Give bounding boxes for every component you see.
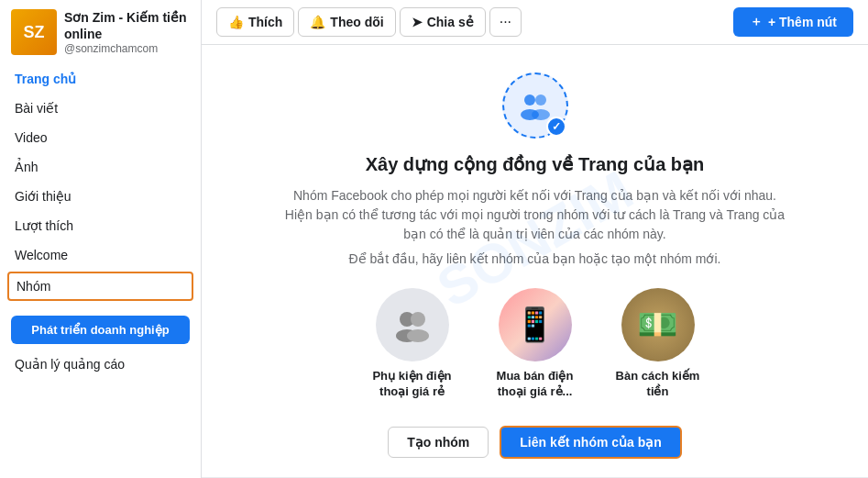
- sidebar-item-video[interactable]: Video: [0, 123, 201, 152]
- sidebar-item-luot-thich[interactable]: Lượt thích: [0, 211, 201, 240]
- share-button[interactable]: ➤ Chia sẻ: [400, 7, 486, 37]
- group-cards: Phụ kiện điện thoại giá rẻ 📱 Mua bán điệ…: [362, 288, 709, 400]
- sidebar-page-handle: @sonzimchamcom: [64, 42, 190, 55]
- community-title: Xây dựng cộng đồng về Trang của bạn: [366, 153, 705, 175]
- badge-icon: ✓: [552, 120, 561, 133]
- ban-cach-emoji: 💵: [637, 306, 678, 344]
- community-subdesc: Để bắt đầu, hãy liên kết nhóm của bạn ho…: [349, 251, 721, 266]
- group-card-mua-ban[interactable]: 📱 Mua bán điện thoại giá rẻ...: [485, 288, 586, 400]
- share-icon: ➤: [412, 15, 423, 29]
- community-badge: ✓: [546, 117, 566, 137]
- mua-ban-emoji: 📱: [514, 306, 555, 344]
- follow-icon: 🔔: [310, 15, 325, 29]
- action-buttons: Tạo nhóm Liên kết nhóm của bạn: [388, 426, 682, 459]
- plus-icon: ＋: [750, 14, 763, 30]
- group-card-name-mua-ban: Mua bán điện thoại giá rẻ...: [485, 369, 586, 400]
- svg-point-0: [524, 94, 535, 106]
- sidebar-item-anh[interactable]: Ảnh: [0, 152, 201, 182]
- page-avatar: SZ: [11, 9, 57, 55]
- sidebar-item-nhom[interactable]: Nhóm: [7, 272, 193, 301]
- group-card-img-mua-ban: 📱: [499, 288, 572, 361]
- community-section: ✓ Xây dựng cộng đồng về Trang của bạn Nh…: [202, 45, 868, 477]
- follow-button[interactable]: 🔔 Theo dõi: [298, 7, 395, 37]
- sidebar-page-name: Sơn Zim - Kiếm tiền online: [64, 9, 190, 42]
- more-icon: ···: [500, 14, 511, 29]
- community-icon-wrapper: ✓: [502, 72, 568, 139]
- lien-ket-button[interactable]: Liên kết nhóm của bạn: [500, 426, 682, 459]
- add-button[interactable]: ＋ + Thêm nút: [733, 7, 853, 37]
- like-button[interactable]: 👍 Thích: [216, 7, 294, 37]
- tao-nhom-button[interactable]: Tạo nhóm: [388, 427, 489, 458]
- sidebar-item-bai-viet[interactable]: Bài viết: [0, 94, 201, 123]
- like-icon: 👍: [228, 15, 244, 29]
- group-card-name-ban-cach: Bàn cách kiếm tiền: [608, 369, 709, 400]
- group-card-phu-kien[interactable]: Phụ kiện điện thoại giá rẻ: [362, 288, 463, 400]
- sidebar-item-gioi-thieu[interactable]: Giới thiệu: [0, 182, 201, 211]
- sidebar-nav: Trang chủ Bài viết Video Ảnh Giới thiệu …: [0, 61, 201, 306]
- content-area: 👍 Thích 🔔 Theo dõi ➤ Chia sẻ ···: [202, 0, 868, 477]
- main-content: 👍 Thích 🔔 Theo dõi ➤ Chia sẻ ···: [202, 0, 868, 478]
- group-card-ban-cach[interactable]: 💵 Bàn cách kiếm tiền: [608, 288, 709, 400]
- action-bar: 👍 Thích 🔔 Theo dõi ➤ Chia sẻ ···: [202, 0, 868, 45]
- quan-ly-link[interactable]: Quản lý quảng cáo: [0, 351, 201, 377]
- group-card-img-ban-cach: 💵: [621, 288, 695, 361]
- svg-point-1: [535, 94, 546, 106]
- svg-point-3: [532, 109, 550, 120]
- sidebar-page-header: SZ Sơn Zim - Kiếm tiền online @sonzimcha…: [0, 0, 201, 61]
- community-icon: [517, 87, 554, 124]
- svg-point-5: [411, 312, 425, 327]
- group-card-name-phu-kien: Phụ kiện điện thoại giá rẻ: [362, 369, 463, 400]
- svg-point-7: [407, 329, 429, 342]
- sidebar-item-trang-chu[interactable]: Trang chủ: [0, 64, 201, 94]
- community-desc: Nhóm Facebook cho phép mọi người kết nối…: [279, 186, 792, 244]
- sidebar-item-welcome[interactable]: Welcome: [0, 240, 201, 270]
- group-card-img-phu-kien: [376, 288, 449, 361]
- phat-trien-button[interactable]: Phát triển doanh nghiệp: [11, 316, 190, 344]
- more-button[interactable]: ···: [489, 7, 522, 37]
- sidebar: SZ Sơn Zim - Kiếm tiền online @sonzimcha…: [0, 0, 202, 478]
